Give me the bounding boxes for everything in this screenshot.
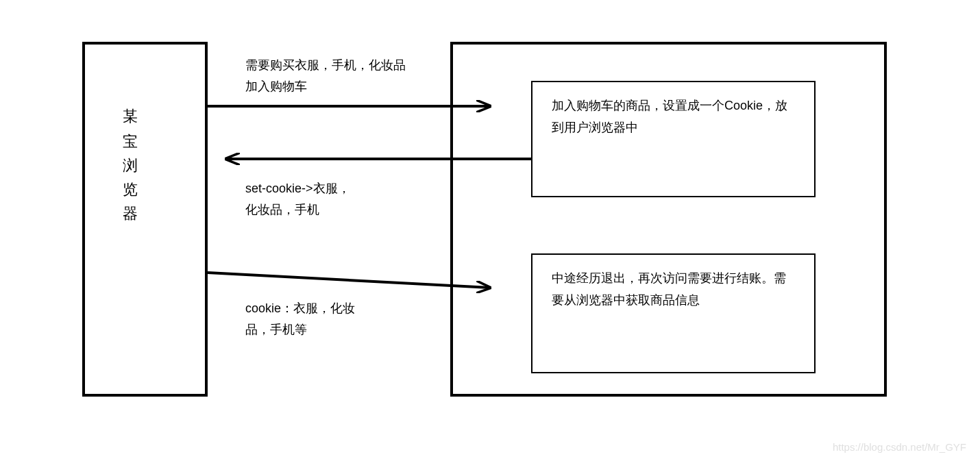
arrow-cookie-send: [208, 273, 490, 288]
checkout-description-text: 中途经历退出，再次访问需要进行结账。需要从浏览器中获取商品信息: [552, 271, 786, 307]
browser-box: [82, 42, 208, 397]
cookie-label: cookie：衣服，化妆品，手机等: [245, 298, 396, 340]
browser-label: 某宝浏览器: [120, 96, 140, 219]
watermark: https://blog.csdn.net/Mr_GYF: [833, 441, 966, 453]
response-label: set-cookie->衣服，化妆品，手机: [245, 178, 396, 220]
set-cookie-description-box: 加入购物车的商品，设置成一个Cookie，放到用户浏览器中: [531, 81, 816, 197]
checkout-description-box: 中途经历退出，再次访问需要进行结账。需要从浏览器中获取商品信息: [531, 253, 816, 373]
request-label: 需要购买衣服，手机，化妆品加入购物车: [245, 55, 406, 97]
set-cookie-description-text: 加入购物车的商品，设置成一个Cookie，放到用户浏览器中: [552, 99, 787, 134]
